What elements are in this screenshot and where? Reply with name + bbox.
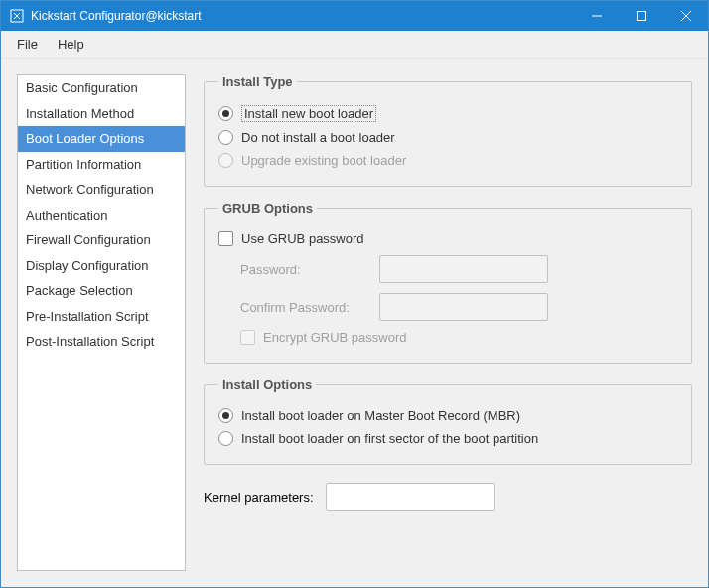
maximize-button[interactable]	[619, 1, 663, 31]
checkbox-encrypt-grub-password: Encrypt GRUB password	[218, 326, 677, 349]
checkbox-label: Encrypt GRUB password	[263, 330, 407, 345]
checkbox-icon	[218, 231, 233, 246]
radio-label: Install boot loader on first sector of t…	[241, 431, 538, 446]
menubar: File Help	[1, 31, 708, 59]
radio-install-new[interactable]: Install new boot loader	[218, 101, 677, 126]
sidebar-item-authentication[interactable]: Authentication	[18, 203, 185, 228]
radio-label: Install boot loader on Master Boot Recor…	[241, 408, 520, 423]
install-options-group: Install Options Install boot loader on M…	[204, 377, 692, 465]
menu-file[interactable]: File	[7, 33, 48, 56]
radio-icon	[218, 153, 233, 168]
grub-options-legend: GRUB Options	[218, 201, 317, 216]
confirm-password-label: Confirm Password:	[240, 300, 367, 315]
checkbox-use-grub-password[interactable]: Use GRUB password	[218, 227, 677, 250]
confirm-password-input	[379, 293, 548, 321]
password-label: Password:	[240, 262, 367, 277]
sidebar-item-network-configuration[interactable]: Network Configuration	[18, 177, 185, 203]
titlebar: Kickstart Configurator@kickstart	[1, 1, 708, 31]
radio-icon	[218, 130, 233, 145]
install-type-legend: Install Type	[218, 74, 297, 89]
radio-mbr[interactable]: Install boot loader on Master Boot Recor…	[218, 404, 677, 427]
minimize-button[interactable]	[574, 1, 619, 31]
window-title: Kickstart Configurator@kickstart	[31, 9, 574, 23]
content-area: Basic Configuration Installation Method …	[1, 59, 708, 587]
radio-label: Install new boot loader	[241, 105, 376, 122]
install-options-legend: Install Options	[218, 377, 316, 392]
window-controls	[574, 1, 708, 31]
grub-options-group: GRUB Options Use GRUB password Password:…	[204, 201, 692, 364]
sidebar-item-firewall-configuration[interactable]: Firewall Configuration	[18, 227, 185, 253]
radio-label: Do not install a boot loader	[241, 130, 395, 145]
kernel-parameters-label: Kernel parameters:	[204, 490, 314, 505]
sidebar: Basic Configuration Installation Method …	[17, 74, 186, 571]
checkbox-label: Use GRUB password	[241, 231, 364, 246]
sidebar-item-pre-installation-script[interactable]: Pre-Installation Script	[18, 304, 185, 330]
menu-help[interactable]: Help	[48, 33, 94, 56]
sidebar-item-installation-method[interactable]: Installation Method	[18, 101, 185, 127]
radio-first-sector[interactable]: Install boot loader on first sector of t…	[218, 427, 677, 450]
radio-label: Upgrade existing boot loader	[241, 153, 406, 168]
radio-icon	[218, 408, 233, 423]
main-panel: Install Type Install new boot loader Do …	[204, 74, 692, 571]
sidebar-item-basic-configuration[interactable]: Basic Configuration	[18, 75, 185, 101]
radio-upgrade: Upgrade existing boot loader	[218, 149, 677, 172]
app-icon	[9, 8, 25, 24]
install-type-group: Install Type Install new boot loader Do …	[204, 74, 692, 187]
radio-icon	[218, 431, 233, 446]
radio-do-not-install[interactable]: Do not install a boot loader	[218, 126, 677, 149]
radio-icon	[218, 106, 233, 121]
svg-rect-2	[637, 12, 645, 21]
sidebar-item-package-selection[interactable]: Package Selection	[18, 278, 185, 304]
sidebar-item-boot-loader-options[interactable]: Boot Loader Options	[18, 126, 185, 152]
close-button[interactable]	[663, 1, 708, 31]
confirm-password-row: Confirm Password:	[218, 288, 677, 326]
password-row: Password:	[218, 250, 677, 288]
kernel-parameters-row: Kernel parameters:	[204, 479, 692, 511]
sidebar-item-post-installation-script[interactable]: Post-Installation Script	[18, 329, 185, 355]
checkbox-icon	[240, 330, 255, 345]
kernel-parameters-input[interactable]	[326, 483, 495, 511]
password-input	[379, 255, 548, 283]
sidebar-item-partition-information[interactable]: Partition Information	[18, 152, 185, 178]
sidebar-item-display-configuration[interactable]: Display Configuration	[18, 253, 185, 279]
